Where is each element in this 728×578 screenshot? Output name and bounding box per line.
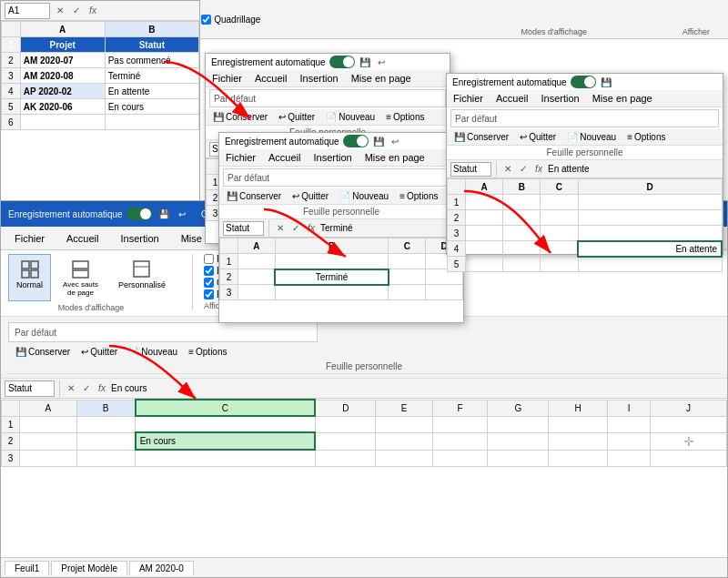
- nouveau-btn-2[interactable]: 📄 Nouveau: [336, 189, 392, 203]
- insertion-menu-1[interactable]: Insertion: [297, 72, 340, 85]
- formula-value-3: En attente: [548, 164, 719, 174]
- autosave-toggle-bottom[interactable]: [126, 208, 152, 220]
- par-defaut-3[interactable]: Par défaut: [450, 109, 719, 127]
- avec-sauts-view-btn-bottom[interactable]: Avec sautsde page: [55, 254, 106, 301]
- cell-ref-2[interactable]: [223, 221, 264, 236]
- quadrillage-check[interactable]: Quadrillage: [201, 15, 260, 25]
- confirm-2[interactable]: ✓: [289, 222, 302, 235]
- tab-insertion[interactable]: Insertion: [110, 228, 168, 248]
- save-icon-1[interactable]: 💾: [359, 56, 371, 68]
- col-b-header[interactable]: B: [105, 22, 198, 37]
- sheet-tab-am2020[interactable]: AM 2020-0: [129, 561, 194, 575]
- mise-en-page-menu-3[interactable]: Mise en page: [590, 92, 655, 105]
- view-modes-section: Normal Avec sautsde page: [8, 254, 174, 312]
- tab-fichier[interactable]: Fichier: [5, 228, 55, 248]
- options-btn-2[interactable]: ≡ Options: [396, 189, 441, 203]
- fichier-menu-2[interactable]: Fichier: [223, 151, 258, 164]
- table-row: 6: [2, 115, 199, 130]
- cancel-2[interactable]: ✕: [274, 222, 287, 235]
- fichier-menu-1[interactable]: Fichier: [209, 72, 245, 85]
- nouveau-btn-3[interactable]: 📄 Nouveau: [563, 130, 620, 144]
- feuille-label-2: Feuille personnelle: [219, 205, 463, 219]
- fx-icon[interactable]: fx: [86, 5, 99, 17]
- statut-header[interactable]: Statut: [105, 37, 198, 53]
- tab-accueil[interactable]: Accueil: [56, 228, 108, 248]
- toolbar-bottom: 💾 Conserver ↩ Quitter 📄 Nouveau ≡ Option…: [8, 344, 720, 360]
- confirm-3[interactable]: ✓: [517, 163, 530, 176]
- quitter-icon-3: ↩: [520, 132, 527, 142]
- add-icon[interactable]: ✛: [651, 432, 727, 450]
- formula-value-2: Terminé: [320, 223, 460, 233]
- nouveau-btn-bottom[interactable]: 📄 Nouveau: [125, 345, 181, 359]
- options-btn-bottom[interactable]: ≡ Options: [185, 345, 230, 359]
- undo-icon-1[interactable]: ↩: [375, 56, 388, 68]
- par-defaut-1[interactable]: Par défaut: [209, 89, 446, 107]
- fichier-menu-3[interactable]: Fichier: [450, 92, 486, 105]
- quitter-icon-1: ↩: [278, 112, 286, 122]
- quitter-btn-2[interactable]: ↩ Quitter: [288, 189, 332, 203]
- en-attente-cell[interactable]: En attente: [578, 241, 722, 257]
- cancel-formula-icon[interactable]: ✕: [54, 5, 66, 17]
- toolbar-1: 💾 Conserver ↩ Quitter 📄 Nouveau ≡ Option…: [206, 109, 450, 126]
- autosave-toggle-1[interactable]: [329, 56, 355, 68]
- accueil-menu-2[interactable]: Accueil: [266, 151, 303, 164]
- autosave-bar-3: Enregistrement automatique 💾: [447, 74, 723, 90]
- par-defaut-2[interactable]: Par défaut: [223, 168, 460, 187]
- nouveau-btn-1[interactable]: 📄 Nouveau: [322, 110, 379, 124]
- termine-cell[interactable]: Terminé: [275, 269, 389, 285]
- fx-bottom[interactable]: fx: [96, 382, 108, 395]
- conserver-btn-bottom[interactable]: 💾 Conserver: [12, 345, 74, 359]
- accueil-menu-3[interactable]: Accueil: [493, 92, 531, 105]
- quitter-btn-1[interactable]: ↩ Quitter: [275, 110, 318, 124]
- quitter-icon-bottom: ↩: [81, 347, 88, 357]
- save-icon-3[interactable]: 💾: [600, 76, 612, 88]
- autosave-toggle-3[interactable]: [571, 76, 596, 88]
- table-row: 1: [220, 254, 463, 269]
- fx-2[interactable]: fx: [305, 222, 318, 235]
- autosave-toggle-2[interactable]: [343, 135, 369, 147]
- cancel-bottom[interactable]: ✕: [65, 382, 77, 395]
- svg-rect-2: [22, 270, 29, 278]
- sheet-tab-projet-modele[interactable]: Projet Modèle: [51, 561, 127, 575]
- save-icon-2[interactable]: 💾: [372, 135, 385, 147]
- par-defaut-bottom[interactable]: Par défaut: [8, 322, 318, 342]
- quitter-btn-bottom[interactable]: ↩ Quitter: [77, 345, 121, 359]
- mini-grid-2: A B C D 1 2 Terminé 3: [219, 238, 463, 300]
- confirm-bottom[interactable]: ✓: [80, 382, 93, 395]
- conserver-icon-bottom: 💾: [15, 347, 26, 357]
- bottom-grid: A B C D E F G H I J 1: [1, 399, 727, 467]
- col-a-header[interactable]: A: [20, 22, 105, 37]
- normal-view-btn-bottom[interactable]: Normal: [8, 254, 51, 301]
- mini-grid-3: A B C D 1 2 3: [447, 178, 723, 272]
- projet-header[interactable]: Projet: [20, 37, 105, 53]
- undo-icon-2[interactable]: ↩: [389, 135, 401, 147]
- conserver-btn-1[interactable]: 💾 Conserver: [209, 110, 271, 124]
- cell-ref-3[interactable]: [450, 162, 491, 177]
- insertion-menu-2[interactable]: Insertion: [310, 151, 354, 164]
- conserver-btn-2[interactable]: 💾 Conserver: [223, 189, 285, 203]
- mise-en-page-menu-1[interactable]: Mise en page: [349, 72, 414, 85]
- personnalise-view-btn-bottom[interactable]: Personnalisé: [110, 254, 174, 301]
- row-1-header: 1: [2, 37, 21, 53]
- sheet-tab-feuil1[interactable]: Feuil1: [5, 561, 49, 575]
- insertion-menu-3[interactable]: Insertion: [538, 92, 581, 105]
- quitter-btn-3[interactable]: ↩ Quitter: [516, 130, 560, 144]
- modes-label: Modes d'affichage: [521, 27, 587, 36]
- bottom-ribbon-area: Par défaut 💾 Conserver ↩ Quitter 📄 Nouve…: [1, 317, 727, 379]
- fx-3[interactable]: fx: [532, 163, 545, 176]
- options-btn-1[interactable]: ≡ Options: [382, 110, 428, 124]
- cancel-3[interactable]: ✕: [501, 163, 514, 176]
- sheet-tabs-bar: Feuil1 Projet Modèle AM 2020-0: [1, 557, 727, 577]
- main-spreadsheet: ✕ ✓ fx A B 1 Projet Statut 2 AM 20: [0, 0, 200, 223]
- conserver-btn-3[interactable]: 💾 Conserver: [450, 130, 512, 144]
- cell-ref-input[interactable]: [5, 3, 50, 19]
- quitter-icon-2: ↩: [292, 191, 299, 201]
- en-cours-cell[interactable]: En cours: [136, 432, 315, 450]
- mise-en-page-menu-2[interactable]: Mise en page: [362, 151, 428, 164]
- save-btn-bottom[interactable]: 💾: [157, 208, 170, 220]
- confirm-formula-icon[interactable]: ✓: [70, 5, 83, 17]
- options-btn-3[interactable]: ≡ Options: [623, 130, 669, 144]
- cell-ref-bottom[interactable]: [5, 380, 55, 397]
- undo-btn-bottom[interactable]: ↩: [176, 208, 188, 220]
- accueil-menu-1[interactable]: Accueil: [252, 72, 289, 85]
